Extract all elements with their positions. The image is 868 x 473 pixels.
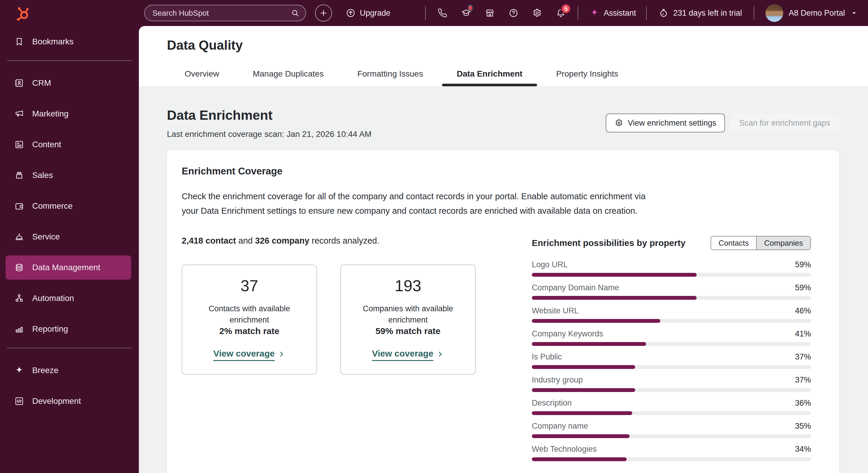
wallet-icon xyxy=(14,201,24,211)
coverage-columns: 2,418 contact and 326 company records an… xyxy=(182,236,811,468)
sidebar-item-content[interactable]: Content xyxy=(6,132,131,157)
scan-button-label: Scan for enrichment gaps xyxy=(739,119,830,128)
property-row: Company Domain Name 59% xyxy=(532,283,811,300)
coverage-title: Enrichment Coverage xyxy=(182,166,811,177)
sidebar-item-label: Development xyxy=(32,396,81,406)
sidebar-item-sales[interactable]: Sales xyxy=(6,163,131,187)
sidebar-divider xyxy=(7,348,132,348)
property-percentage: 59% xyxy=(795,260,811,269)
topbar-right-cluster: 5 Assistant 231 days left in trial A8 De… xyxy=(411,4,858,22)
enrichment-coverage-card: Enrichment Coverage Check the enrichment… xyxy=(167,150,839,473)
sidebar-item-bookmarks[interactable]: Bookmarks xyxy=(6,30,131,54)
help-button[interactable] xyxy=(508,8,519,18)
sidebar-item-label: Data Management xyxy=(32,263,100,272)
top-bar: Upgrade 5 Assistant 23 xyxy=(0,0,868,26)
sidebar-item-development[interactable]: Development xyxy=(6,389,131,413)
view-coverage-link[interactable]: View coverage xyxy=(213,349,285,361)
match-rate: 59% match rate xyxy=(375,326,440,336)
property-percentage: 37% xyxy=(795,376,811,385)
megaphone-icon xyxy=(14,109,24,119)
property-label: Company Keywords xyxy=(532,329,603,338)
match-rate: 2% match rate xyxy=(219,326,279,336)
property-progress-track xyxy=(532,411,811,415)
chevron-right-icon xyxy=(278,350,285,358)
global-search[interactable] xyxy=(144,5,306,21)
tab-formatting-issues[interactable]: Formatting Issues xyxy=(357,69,423,86)
property-progress-fill xyxy=(532,457,627,461)
topbar-divider xyxy=(754,6,754,20)
stat-card: 37 Contacts with available enrichment 2%… xyxy=(182,265,317,375)
tab-overview[interactable]: Overview xyxy=(185,69,219,86)
property-label: Web Technologies xyxy=(532,445,597,454)
property-progress-fill xyxy=(532,434,629,438)
academy-button[interactable] xyxy=(461,8,471,18)
property-progress-fill xyxy=(532,365,635,369)
plus-icon xyxy=(319,8,328,18)
coverage-left-column: 2,418 contact and 326 company records an… xyxy=(182,236,477,375)
section-title: Data Enrichment xyxy=(167,108,372,123)
property-progress-fill xyxy=(532,319,660,323)
tab-label: Overview xyxy=(185,69,219,78)
possibilities-panel: Enrichment possibilities by property Con… xyxy=(532,236,811,468)
sidebar-item-data-management[interactable]: Data Management xyxy=(6,256,131,280)
code-icon xyxy=(14,396,24,406)
view-enrichment-settings-button[interactable]: View enrichment settings xyxy=(606,114,725,132)
scan-for-enrichment-gaps-button[interactable]: Scan for enrichment gaps xyxy=(730,114,839,132)
bar-chart-icon xyxy=(14,324,24,334)
property-percentage: 41% xyxy=(795,329,811,338)
sidebar-item-crm[interactable]: CRM xyxy=(6,71,131,95)
account-menu[interactable]: A8 Demo Portal xyxy=(766,4,858,22)
caret-down-icon xyxy=(850,9,858,17)
toggle-option-contacts[interactable]: Contacts xyxy=(711,237,756,249)
property-row: Is Public 37% xyxy=(532,352,811,369)
assistant-button[interactable]: Assistant xyxy=(589,8,636,18)
academy-notification-dot xyxy=(468,4,473,11)
contact-count: 2,418 contact xyxy=(182,236,236,245)
topbar-divider xyxy=(425,6,426,20)
chevron-right-icon xyxy=(436,350,444,358)
sidebar-item-reporting[interactable]: Reporting xyxy=(6,317,131,341)
content-page-icon xyxy=(14,140,24,150)
view-coverage-label: View coverage xyxy=(213,349,275,361)
search-icon[interactable] xyxy=(291,8,300,18)
notifications-button[interactable]: 5 xyxy=(556,8,566,18)
upgrade-button[interactable]: Upgrade xyxy=(346,8,391,18)
sidebar-item-marketing[interactable]: Marketing xyxy=(6,102,131,126)
create-button[interactable] xyxy=(315,4,332,22)
property-progress-track xyxy=(532,388,811,392)
question-circle-icon xyxy=(508,8,519,18)
stat-label: Contacts with available enrichment xyxy=(191,303,308,325)
sidebar-item-breeze[interactable]: Breeze xyxy=(6,358,131,383)
tab-data-enrichment[interactable]: Data Enrichment xyxy=(457,69,523,86)
sidebar-item-automation[interactable]: Automation xyxy=(6,286,131,311)
sparkle-icon xyxy=(14,365,24,376)
records-analyzed-text: 2,418 contact and 326 company records an… xyxy=(182,236,477,246)
stat-card: 193 Companies with available enrichment … xyxy=(340,265,476,375)
property-progress-fill xyxy=(532,388,635,392)
sidebar-item-label: Content xyxy=(32,140,61,149)
upgrade-label: Upgrade xyxy=(360,8,391,18)
property-percentage: 35% xyxy=(795,421,811,431)
sidebar-item-label: Reporting xyxy=(32,324,68,334)
property-percentage: 34% xyxy=(795,445,811,454)
tab-manage-duplicates[interactable]: Manage Duplicates xyxy=(253,69,324,86)
property-progress-track xyxy=(532,296,811,300)
stat-cards: 37 Contacts with available enrichment 2%… xyxy=(182,265,477,375)
toggle-option-companies[interactable]: Companies xyxy=(756,237,810,249)
trial-status[interactable]: 231 days left in trial xyxy=(658,8,742,18)
tab-property-insights[interactable]: Property Insights xyxy=(556,69,618,86)
property-label: Company name xyxy=(532,421,588,431)
search-input[interactable] xyxy=(152,8,291,18)
sidebar-item-commerce[interactable]: Commerce xyxy=(6,194,131,218)
view-coverage-link[interactable]: View coverage xyxy=(372,349,444,361)
sidebar-item-label: Breeze xyxy=(32,366,59,375)
marketplace-button[interactable] xyxy=(485,8,495,18)
property-progress-track xyxy=(532,342,811,346)
notification-count-badge: 5 xyxy=(561,4,571,14)
sidebar-item-label: Automation xyxy=(32,294,74,303)
sidebar-item-service[interactable]: Service xyxy=(6,225,131,249)
calling-button[interactable] xyxy=(438,8,447,18)
tab-label: Manage Duplicates xyxy=(253,69,324,78)
settings-button[interactable] xyxy=(532,8,542,18)
hubspot-logo[interactable] xyxy=(13,4,31,22)
